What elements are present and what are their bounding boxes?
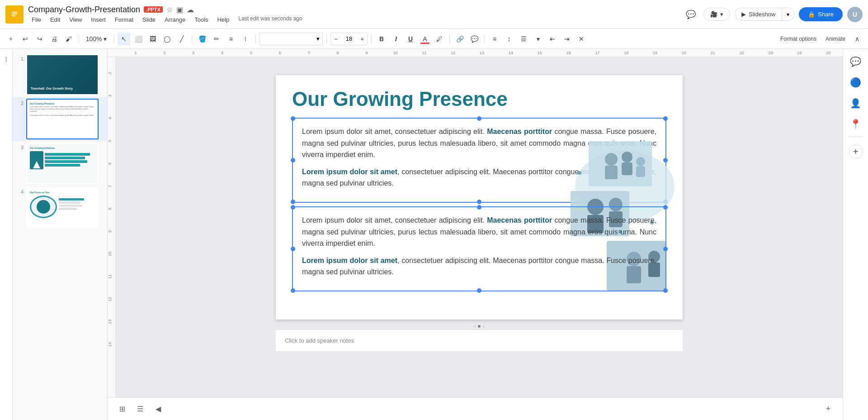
grid-view-btn[interactable]: ⊞ — [115, 402, 129, 416]
filmstrip-btn[interactable]: ☰ — [133, 402, 147, 416]
font-size-input[interactable] — [341, 35, 357, 42]
slide-item-3[interactable]: 3 Our Growing Initiatives — [13, 141, 107, 186]
handle-top-left-1[interactable] — [291, 116, 295, 121]
list-btn[interactable]: ☰ — [517, 33, 530, 45]
handle-top-left-2[interactable] — [291, 205, 295, 210]
left-sidebar: | — [0, 49, 13, 420]
collapse-toolbar-btn[interactable]: ∧ — [851, 33, 863, 45]
handle-top-right-1[interactable] — [663, 116, 668, 121]
right-panel: 💬 🔵 👤 📍 + — [843, 49, 868, 420]
handle-bot-mid-2[interactable] — [477, 288, 481, 293]
doc-title-text[interactable]: Company-Growth-Presentation — [28, 5, 140, 14]
slide-item-4[interactable]: 4 Our Focus on You — [13, 186, 107, 230]
chat-icon-btn[interactable]: 💬 — [847, 52, 865, 71]
paint-format-btn[interactable]: 🖌 — [62, 33, 75, 45]
handle-mid-right-1[interactable] — [663, 158, 668, 162]
format-options-btn[interactable]: Format options — [777, 33, 820, 45]
separator-6 — [371, 34, 372, 43]
handle-bot-right-1[interactable] — [663, 200, 668, 204]
handle-top-mid-2[interactable] — [477, 205, 481, 210]
handle-top-right-2[interactable] — [663, 205, 668, 210]
content-paragraph-1: Lorem ipsum dolor sit amet, consectetuer… — [302, 126, 656, 189]
handle-bot-left-1[interactable] — [291, 200, 295, 204]
people-icon-btn[interactable]: 👤 — [847, 94, 865, 112]
print-btn[interactable]: 🖨 — [48, 33, 61, 45]
zoom-btn[interactable]: 100% ▾ — [83, 33, 110, 45]
menu-format[interactable]: Format — [111, 15, 137, 24]
slideshow-dropdown-arrow[interactable]: ▾ — [782, 9, 794, 20]
content-box-2[interactable]: Lorem ipsum dolor sit amet, consectetuer… — [292, 206, 666, 291]
handle-bot-left-2[interactable] — [291, 288, 295, 293]
collapse-panel-btn[interactable]: ◀ — [151, 402, 165, 416]
cloud-icon[interactable]: ☁ — [187, 5, 194, 14]
folder-icon[interactable]: ▣ — [176, 5, 183, 14]
ruler-mark-4: 4 — [208, 51, 237, 55]
undo-btn[interactable]: ↩ — [19, 33, 32, 45]
italic-btn[interactable]: I — [390, 33, 402, 45]
add-btn[interactable]: ＋ — [5, 33, 17, 45]
meet-button[interactable]: 🎥 ▾ — [703, 8, 730, 21]
text-align-btn[interactable]: ≡ — [488, 33, 501, 45]
clear-format-btn[interactable]: ✕ — [575, 33, 588, 45]
underline-btn[interactable]: U — [404, 33, 417, 45]
text-color-btn[interactable]: A — [419, 33, 431, 45]
user-avatar[interactable]: U — [847, 7, 863, 22]
share-button[interactable]: 🔒 Share — [799, 7, 843, 21]
menu-tools[interactable]: Tools — [191, 15, 212, 24]
animate-btn[interactable]: Animate — [822, 33, 849, 45]
comment-btn[interactable]: 💬 — [468, 33, 481, 45]
menu-file[interactable]: File — [28, 15, 45, 24]
pen-btn[interactable]: ✏ — [210, 33, 223, 45]
link-btn[interactable]: 🔗 — [453, 33, 466, 45]
right-panel-sep — [849, 137, 863, 137]
font-selector[interactable]: ▾ — [259, 33, 323, 45]
maps-icon-btn[interactable]: 📍 — [847, 115, 865, 133]
ruler-toggle-btn[interactable]: | — [1, 53, 12, 64]
text-box-btn[interactable]: ⬜ — [132, 33, 145, 45]
increase-font-btn[interactable]: + — [357, 33, 367, 45]
handle-bot-right-2[interactable] — [663, 288, 668, 293]
handle-top-mid-1[interactable] — [477, 116, 481, 121]
content-box-1[interactable]: Lorem ipsum dolor sit amet, consectetuer… — [292, 118, 666, 203]
align-btn[interactable]: ≡ — [225, 33, 237, 45]
menu-view[interactable]: View — [66, 15, 85, 24]
shape-btn[interactable]: ◯ — [161, 33, 174, 45]
line-btn[interactable]: ╱ — [175, 33, 188, 45]
zoom-in-btn[interactable]: + — [821, 402, 835, 416]
decrease-font-btn[interactable]: − — [331, 33, 341, 45]
handle-bot-mid-1[interactable] — [477, 200, 481, 204]
menu-slide[interactable]: Slide — [139, 15, 159, 24]
indent-more-btn[interactable]: ⇥ — [561, 33, 573, 45]
slide-title[interactable]: Our Growing Presence — [276, 75, 683, 118]
star-icon[interactable]: ☆ — [166, 5, 173, 14]
slide-item-2[interactable]: 2 Our Growing Presence Lorem ipsum dolor… — [13, 97, 107, 141]
slide-wrapper: Our Growing Presence — [276, 75, 683, 379]
handle-mid-left-1[interactable] — [291, 158, 295, 162]
bottom-bar: ⊞ ☰ ◀ + — [108, 397, 843, 420]
menu-help[interactable]: Help — [214, 15, 233, 24]
slideshow-button[interactable]: ▶ Slideshow — [735, 8, 782, 20]
speaker-notes[interactable]: Click to add speaker notes — [276, 329, 683, 351]
image-btn[interactable]: 🖼 — [146, 33, 159, 45]
title-area: Company-Growth-Presentation .PPTX ☆ ▣ ☁ … — [28, 5, 683, 24]
fill-color-btn[interactable]: 🪣 — [196, 33, 208, 45]
menu-arrange[interactable]: Arrange — [161, 15, 189, 24]
comment-icon-btn[interactable]: 💬 — [683, 6, 699, 23]
more-align-btn[interactable]: ⁞ — [239, 33, 252, 45]
handle-mid-right-2[interactable] — [663, 247, 668, 251]
indent-less-btn[interactable]: ⇤ — [546, 33, 559, 45]
menu-edit[interactable]: Edit — [47, 15, 64, 24]
list-dropdown-btn[interactable]: ▾ — [532, 33, 544, 45]
redo-btn[interactable]: ↪ — [33, 33, 46, 45]
handle-mid-left-2[interactable] — [291, 247, 295, 251]
explore-icon-btn[interactable]: 🔵 — [847, 73, 865, 91]
separator-7 — [449, 34, 450, 43]
slide-item-1[interactable]: 1 Townhall: Our Growth Story — [13, 52, 107, 97]
highlight-btn[interactable]: 🖊 — [433, 33, 446, 45]
bold-btn[interactable]: B — [375, 33, 388, 45]
add-panel-btn[interactable]: + — [849, 144, 863, 159]
menu-insert[interactable]: Insert — [87, 15, 109, 24]
slide-page[interactable]: Our Growing Presence — [276, 75, 683, 320]
line-spacing-btn[interactable]: ↕ — [503, 33, 515, 45]
cursor-btn[interactable]: ↖ — [118, 33, 130, 45]
